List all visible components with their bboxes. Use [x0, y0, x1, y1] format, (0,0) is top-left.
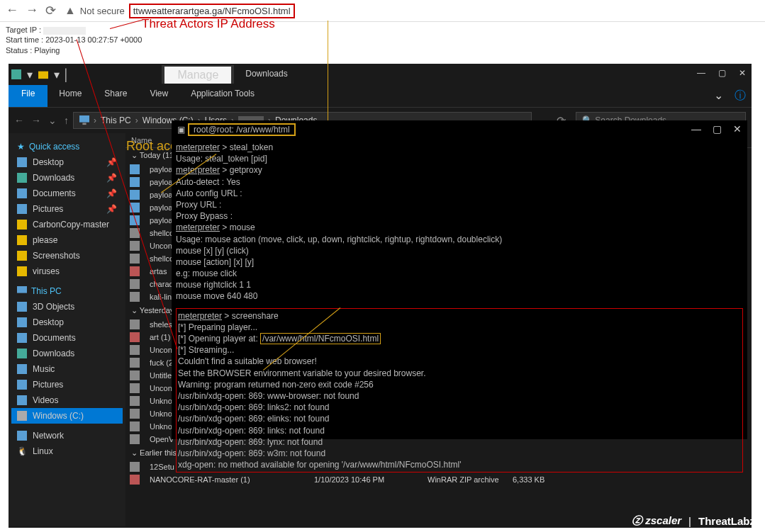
- file-icon: [130, 345, 140, 355]
- sidebar-please[interactable]: please: [11, 232, 123, 248]
- term-line: Proxy URL :: [176, 199, 743, 210]
- folder-icon: [17, 235, 27, 245]
- bc-up[interactable]: ↑: [64, 115, 69, 126]
- target-ip-redacted: [43, 27, 86, 35]
- reload-button[interactable]: ⟳: [45, 3, 56, 18]
- bc-thispc[interactable]: This PC: [101, 115, 131, 125]
- term-line: [*] Opening player at:: [178, 334, 260, 344]
- desktop-icon: [17, 317, 27, 327]
- videos-icon: [17, 395, 27, 405]
- terminal-body[interactable]: meterpreter > steal_token Usage: steal_t…: [172, 139, 747, 475]
- documents-icon: [17, 188, 27, 198]
- file-icon: [130, 319, 140, 329]
- file-icon: [130, 254, 140, 264]
- file-icon: [130, 421, 140, 431]
- pin-icon: 📌: [106, 204, 117, 214]
- file-icon: [130, 358, 140, 368]
- drive-icon: [17, 411, 27, 421]
- nav-arrows: ← → ⟳: [6, 3, 56, 18]
- terminal-icon: ▣: [177, 125, 185, 135]
- sidebar-downloads[interactable]: Downloads📌: [11, 170, 123, 186]
- sidebar-pictures[interactable]: Pictures📌: [11, 201, 123, 217]
- ribbon-chevron-icon[interactable]: ⌄: [708, 85, 729, 107]
- tab-downloads[interactable]: Downloads: [234, 65, 298, 84]
- term-line: [*] Streaming...: [178, 344, 741, 356]
- file-icon: [130, 370, 140, 380]
- tab-manage[interactable]: Manage: [162, 65, 234, 84]
- term-line: mouse [x] [y] (click): [176, 245, 743, 256]
- sidebar-carboncopy[interactable]: CarbonCopy-master: [11, 217, 123, 232]
- term-line: > getproxy: [220, 165, 262, 175]
- sidebar-screenshots[interactable]: Screenshots: [11, 248, 123, 264]
- close-button[interactable]: ✕: [739, 68, 746, 78]
- ribbon-view[interactable]: View: [138, 85, 179, 107]
- term-line: > mouse: [220, 222, 255, 232]
- forward-button[interactable]: →: [26, 3, 38, 18]
- download-icon: [17, 349, 27, 358]
- sidebar-thispc[interactable]: This PC: [11, 283, 123, 299]
- target-ip-label: Target IP :: [6, 26, 41, 34]
- sidebar-viruses[interactable]: viruses: [11, 264, 123, 279]
- threatlabz-logo: ThreatLabz: [698, 515, 755, 527]
- term-maximize[interactable]: ▢: [713, 123, 722, 135]
- ribbon-home[interactable]: Home: [48, 85, 93, 107]
- explorer-icon: [11, 69, 21, 79]
- branding: ⓩ zscaler | ThreatLabz: [632, 514, 755, 528]
- minimize-button[interactable]: —: [697, 68, 705, 78]
- start-time: Start time : 2023-01-13 00:27:57 +0000: [6, 35, 759, 45]
- network-icon: [17, 431, 27, 441]
- cube-icon: [17, 302, 27, 312]
- term-line: e.g: mouse click: [176, 268, 743, 279]
- term-line: xdg-open: no method available for openin…: [178, 459, 741, 470]
- term-line: /usr/bin/xdg-open: 869: w3m: not found: [178, 448, 741, 459]
- sidebar-documents2[interactable]: Documents: [11, 330, 123, 346]
- file-icon: [130, 462, 140, 472]
- zscaler-logo: ⓩ zscaler: [632, 514, 681, 528]
- svg-rect-0: [11, 69, 21, 79]
- sidebar-desktop2[interactable]: Desktop: [11, 315, 123, 330]
- term-close[interactable]: ✕: [733, 123, 742, 135]
- ribbon-apptools[interactable]: Application Tools: [179, 85, 266, 107]
- term-line: Auto-detect : Yes: [176, 176, 743, 188]
- star-icon: ★: [17, 142, 25, 152]
- ribbon-share[interactable]: Share: [93, 85, 138, 107]
- maximize-button[interactable]: ▢: [718, 68, 726, 78]
- ribbon-file[interactable]: File: [9, 85, 48, 107]
- bc-dropdown[interactable]: ⌄: [48, 115, 57, 126]
- sidebar-videos[interactable]: Videos: [11, 392, 123, 408]
- music-icon: [17, 364, 27, 374]
- sidebar-3dobjects[interactable]: 3D Objects: [11, 299, 123, 315]
- term-html-path: /var/www/html/NFcmoOSI.html: [260, 333, 381, 344]
- desktop-icon: [17, 157, 27, 167]
- sidebar-music[interactable]: Music: [11, 361, 123, 377]
- term-line: /usr/bin/xdg-open: 869: lynx: not found: [178, 436, 741, 448]
- sidebar: ★Quick access Desktop📌 Downloads📌 Docume…: [9, 133, 125, 526]
- sidebar-pictures2[interactable]: Pictures: [11, 377, 123, 392]
- sidebar-downloads2[interactable]: Downloads: [11, 346, 123, 361]
- sidebar-linux[interactable]: 🐧Linux: [11, 443, 123, 459]
- pin-icon: 📌: [106, 173, 117, 183]
- file-icon: [130, 292, 140, 302]
- sidebar-documents[interactable]: Documents📌: [11, 186, 123, 201]
- url-text[interactable]: ttwweatterarartgea.ga/NFcmoOSI.html: [129, 4, 295, 18]
- svg-rect-1: [38, 72, 48, 79]
- bc-back[interactable]: ←: [14, 115, 24, 126]
- sidebar-quick-access[interactable]: ★Quick access: [11, 139, 123, 154]
- term-line: > screenshare: [222, 311, 279, 321]
- down-icon[interactable]: ▾: [27, 68, 33, 81]
- sidebar-desktop[interactable]: Desktop📌: [11, 154, 123, 170]
- file-icon: [130, 241, 140, 251]
- sidebar-windowsc[interactable]: Windows (C:): [11, 408, 123, 424]
- documents-icon: [17, 333, 27, 343]
- folder-icon: [38, 69, 48, 79]
- sidebar-network[interactable]: Network: [11, 428, 123, 443]
- bc-forward[interactable]: →: [31, 115, 41, 126]
- folder-icon: [17, 251, 27, 261]
- term-minimize[interactable]: —: [691, 123, 701, 135]
- file-icon: [130, 383, 140, 393]
- help-icon[interactable]: ⓘ: [729, 85, 752, 107]
- browser-bar: ← → ⟳ ▲ Not secure ttwweatterarartgea.ga…: [0, 0, 765, 22]
- back-button[interactable]: ←: [6, 3, 18, 18]
- file-icon: [130, 434, 140, 444]
- terminal-window: ▣ root@root: /var/www/html — ▢ ✕ meterpr…: [172, 120, 747, 439]
